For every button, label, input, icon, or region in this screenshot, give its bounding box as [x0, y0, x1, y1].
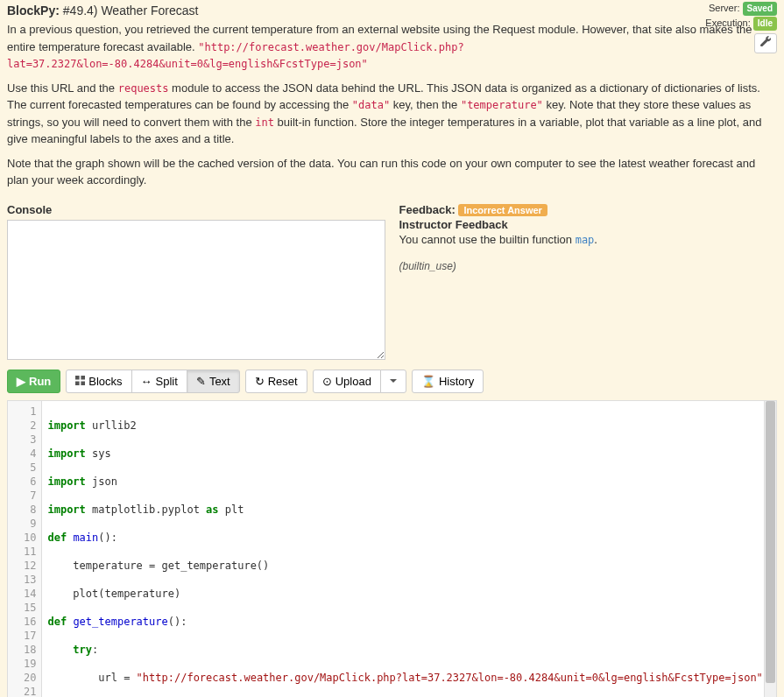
blocks-icon	[75, 375, 85, 388]
code-content[interactable]: import urllib2 import sys import json im…	[42, 401, 776, 698]
problem-title: Weather Forecast	[101, 4, 198, 18]
upload-group: ⊙ Upload	[313, 370, 406, 393]
code-url-string: "http://forecast.weather.gov/MapClick.ph…	[137, 672, 763, 684]
history-button[interactable]: ⌛ History	[412, 370, 484, 393]
desc-note: Note that the graph shown will be the ca…	[7, 155, 777, 189]
history-icon: ⌛	[421, 375, 435, 388]
reset-label: Reset	[268, 375, 298, 388]
view-mode-group: Blocks ↔ Split ✎ Text	[66, 370, 239, 393]
text-button[interactable]: ✎ Text	[187, 370, 240, 393]
feedback-footer: (builtin_use)	[399, 260, 778, 272]
problem-id: #49.4)	[63, 4, 98, 18]
toolbar: ▶ Run Blocks ↔ Split ✎ Text ↻ Reset ⊙ Up…	[0, 363, 784, 400]
run-button[interactable]: ▶ Run	[7, 370, 60, 393]
feedback-text: .	[594, 233, 597, 246]
title-row: BlockPy: #49.4) Weather Forecast	[7, 4, 777, 18]
upload-button[interactable]: ⊙ Upload	[313, 370, 381, 393]
server-status-badge: Saved	[743, 2, 777, 16]
upload-dropdown-button[interactable]	[380, 370, 406, 393]
run-label: Run	[29, 375, 51, 388]
code-editor[interactable]: 12345678910111213141516171819202122 impo…	[7, 400, 777, 698]
editor-scrollbar[interactable]	[764, 401, 776, 698]
settings-button[interactable]	[754, 33, 777, 53]
split-label: Split	[156, 375, 178, 388]
desc-requests: requests	[118, 82, 169, 95]
caret-down-icon	[390, 379, 397, 383]
feedback-text: You cannot use the builtin function	[399, 233, 576, 246]
reset-button[interactable]: ↻ Reset	[245, 370, 307, 393]
desc-text: Use this URL and the	[7, 81, 118, 95]
upload-label: Upload	[335, 375, 371, 388]
feedback-status-badge: Incorrect Answer	[458, 204, 547, 216]
blocks-label: Blocks	[88, 375, 122, 388]
wrench-icon	[760, 36, 771, 50]
status-block: Server: Saved Execution: Idle	[705, 2, 777, 53]
upload-icon: ⊙	[322, 375, 332, 388]
brand: BlockPy:	[7, 4, 60, 18]
feedback-subtitle: Instructor Feedback	[399, 218, 778, 231]
desc-temp-key: "temperature"	[461, 99, 543, 111]
scrollbar-thumb[interactable]	[766, 401, 775, 683]
pencil-icon: ✎	[196, 375, 206, 388]
console-title: Console	[7, 203, 385, 216]
execution-label: Execution:	[705, 18, 750, 28]
play-icon: ▶	[17, 375, 25, 388]
history-label: History	[439, 375, 474, 388]
reset-icon: ↻	[255, 375, 265, 388]
split-icon: ↔	[141, 375, 152, 388]
split-button[interactable]: ↔ Split	[131, 370, 187, 393]
text-label: Text	[209, 375, 230, 388]
feedback-title: Feedback:	[399, 203, 456, 216]
desc-int: int	[255, 116, 274, 129]
blocks-button[interactable]: Blocks	[66, 370, 131, 393]
desc-text: key, then the	[390, 98, 461, 111]
problem-description: In a previous question, you retrieved th…	[0, 21, 784, 203]
execution-status-badge: Idle	[753, 17, 777, 31]
server-label: Server:	[709, 3, 739, 13]
feedback-body: You cannot use the builtin function map.	[399, 233, 778, 246]
feedback-fn: map	[576, 234, 595, 246]
line-gutter: 12345678910111213141516171819202122	[8, 401, 42, 698]
desc-data-key: "data"	[352, 99, 390, 111]
console-output[interactable]	[7, 220, 385, 360]
